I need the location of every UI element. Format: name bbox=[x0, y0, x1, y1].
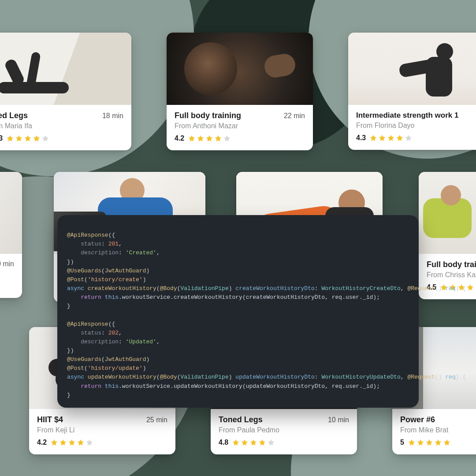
star-icon bbox=[258, 439, 266, 446]
star-row bbox=[50, 439, 93, 446]
workout-author: From Paula Pedmo bbox=[219, 426, 349, 434]
workout-rating: 4.2 bbox=[175, 134, 184, 142]
workout-rating: 4.2 bbox=[37, 439, 47, 446]
star-icon bbox=[378, 134, 386, 142]
workout-duration: 18 min bbox=[102, 112, 123, 120]
workout-title: Full body training bbox=[175, 111, 241, 120]
workout-thumbnail bbox=[419, 172, 476, 254]
workout-author: From Mike Brat bbox=[400, 426, 476, 434]
star-icon bbox=[369, 134, 377, 142]
star-icon bbox=[33, 134, 41, 142]
workout-thumbnail bbox=[0, 33, 131, 105]
workout-card[interactable]: Full body trainin From Chriss Kan 4.5 bbox=[419, 172, 476, 299]
star-row bbox=[6, 134, 49, 142]
star-icon bbox=[59, 439, 67, 446]
star-icon bbox=[205, 134, 213, 142]
star-icon bbox=[408, 439, 416, 446]
workout-author: om Maria Ifa bbox=[0, 122, 123, 130]
workout-duration: 0 min bbox=[0, 260, 14, 268]
workout-duration: 22 min bbox=[284, 112, 305, 120]
star-icon bbox=[232, 439, 240, 446]
star-icon bbox=[68, 439, 76, 446]
workout-title: Intermediate strength work 1 bbox=[356, 111, 458, 120]
workout-title: Toned Legs bbox=[219, 415, 263, 424]
workout-rating: 5 bbox=[400, 439, 404, 446]
workout-title: ned Legs bbox=[0, 111, 28, 120]
star-row bbox=[232, 439, 275, 446]
workout-author: From Chriss Kan bbox=[427, 271, 476, 279]
workout-card[interactable]: Intermediate strength work 1 4 From Flor… bbox=[348, 33, 476, 150]
star-row bbox=[408, 439, 451, 446]
star-icon bbox=[466, 283, 474, 291]
star-icon bbox=[6, 134, 14, 142]
workout-rating: 4.3 bbox=[356, 134, 366, 142]
workout-author: From Keji Li bbox=[37, 426, 167, 434]
workout-thumbnail bbox=[0, 172, 22, 254]
star-icon bbox=[188, 134, 196, 142]
star-icon bbox=[197, 134, 205, 142]
workout-rating: 4.8 bbox=[219, 439, 228, 446]
workout-duration: 10 min bbox=[328, 416, 349, 424]
star-icon bbox=[434, 439, 442, 446]
star-icon bbox=[50, 439, 58, 446]
star-icon bbox=[24, 134, 32, 142]
workout-author: From Anthoni Mazar bbox=[175, 122, 305, 130]
workout-title: Full body trainin bbox=[427, 260, 476, 269]
star-icon bbox=[15, 134, 23, 142]
star-icon bbox=[249, 439, 257, 446]
workout-thumbnail bbox=[348, 33, 476, 105]
star-icon bbox=[443, 439, 451, 446]
workout-card[interactable]: Full body training 22 min From Anthoni M… bbox=[167, 33, 313, 150]
star-icon bbox=[41, 134, 49, 142]
star-icon bbox=[267, 439, 275, 446]
star-icon bbox=[214, 134, 222, 142]
workout-author bbox=[0, 270, 14, 278]
workout-title: Power #6 bbox=[400, 415, 435, 424]
workout-author: From Florina Dayo bbox=[356, 122, 476, 130]
workout-thumbnail bbox=[167, 33, 313, 105]
star-icon bbox=[86, 439, 93, 446]
workout-card[interactable]: ned Legs 18 min om Maria Ifa 4.3 bbox=[0, 33, 131, 150]
star-row bbox=[188, 134, 231, 142]
star-icon bbox=[241, 439, 249, 446]
workout-card[interactable]: 0 min bbox=[0, 172, 22, 298]
workout-duration: 25 min bbox=[146, 416, 167, 424]
star-icon bbox=[396, 134, 404, 142]
code-snippet: @ApiResponse({ status: 201, description:… bbox=[57, 215, 419, 408]
workout-title: HIIT $4 bbox=[37, 415, 63, 424]
star-icon bbox=[77, 439, 85, 446]
star-icon bbox=[425, 439, 433, 446]
star-icon bbox=[223, 134, 231, 142]
workout-rating: 4.3 bbox=[0, 134, 3, 142]
star-icon bbox=[416, 439, 424, 446]
star-icon bbox=[405, 134, 413, 142]
star-icon bbox=[387, 134, 395, 142]
star-row bbox=[369, 134, 413, 142]
